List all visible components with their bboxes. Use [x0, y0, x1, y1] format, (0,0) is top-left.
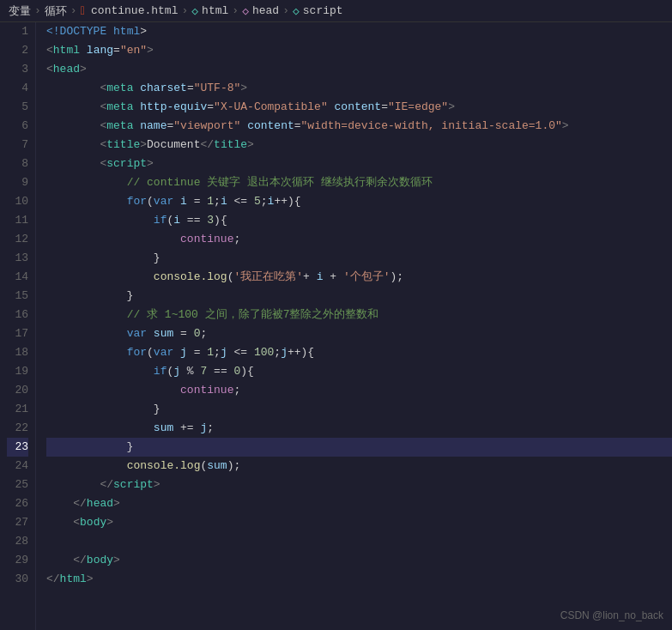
- token: >: [147, 44, 154, 57]
- token: [147, 327, 154, 340]
- token: [80, 44, 87, 57]
- token: +: [324, 270, 343, 283]
- token: 3: [207, 214, 214, 227]
- token: [46, 327, 127, 340]
- token: =: [187, 346, 207, 359]
- token: "X-UA-Compatible": [214, 100, 328, 113]
- token: >: [80, 63, 87, 76]
- breadcrumb-bar: 变量 › 循环 ›  continue.html › ◇ html › ◇ h…: [0, 0, 672, 22]
- token: ){: [214, 214, 227, 227]
- token: "viewport": [173, 119, 240, 132]
- line-number-14: 14: [7, 268, 28, 287]
- token: =: [381, 100, 388, 113]
- line-number-22: 22: [7, 419, 28, 438]
- token: </: [73, 497, 87, 510]
- token: }: [46, 251, 160, 264]
- code-line-16: // 求 1~100 之间，除了能被7整除之外的整数和: [46, 306, 672, 324]
- token: for: [127, 346, 147, 359]
- line-number-17: 17: [7, 324, 28, 343]
- token: </: [46, 572, 60, 585]
- breadcrumb-tag-icon-2: ◇: [242, 4, 249, 18]
- token: }: [46, 403, 160, 415]
- token: [46, 82, 100, 94]
- line-number-25: 25: [7, 476, 28, 494]
- token: ++){: [274, 195, 300, 208]
- breadcrumb-item-xunhuan[interactable]: 循环: [45, 3, 67, 19]
- code-content[interactable]: <!DOCTYPE html><html lang="en"><head> <m…: [36, 22, 672, 630]
- token: (: [147, 195, 154, 208]
- token: if: [154, 214, 167, 227]
- code-line-6: <meta name="viewport" content="width=dev…: [46, 117, 672, 136]
- code-line-7: <title>Document</title>: [46, 136, 672, 154]
- token: sum: [154, 327, 173, 340]
- token: (: [147, 346, 154, 359]
- token: lang: [87, 44, 113, 57]
- breadcrumb-item-html[interactable]: html: [202, 4, 228, 17]
- code-line-8: <script>: [46, 154, 672, 173]
- token: );: [390, 270, 404, 283]
- token: title: [214, 138, 247, 151]
- breadcrumb-item-script[interactable]: script: [303, 4, 343, 17]
- token: >: [240, 82, 247, 94]
- token: var: [154, 195, 173, 208]
- token: =: [187, 82, 194, 94]
- line-number-26: 26: [7, 494, 28, 513]
- code-line-26: </head>: [46, 494, 672, 513]
- token: ;: [214, 346, 221, 359]
- token: // continue 关键字 退出本次循环 继续执行剩余次数循环: [127, 176, 433, 189]
- token: body: [80, 516, 106, 529]
- code-line-5: <meta http-equiv="X-UA-Compatible" conte…: [46, 98, 672, 117]
- token: name: [140, 119, 166, 132]
- code-line-13: }: [46, 249, 672, 268]
- token: meta: [106, 119, 133, 132]
- token: [46, 233, 180, 245]
- line-number-5: 5: [7, 98, 28, 117]
- code-line-12: continue;: [46, 230, 672, 249]
- token: =: [113, 44, 120, 57]
- line-number-11: 11: [7, 211, 28, 230]
- token: [46, 497, 73, 510]
- token: [106, 25, 113, 38]
- line-number-10: 10: [7, 192, 28, 211]
- token: for: [127, 195, 147, 208]
- token: [46, 270, 154, 283]
- token: +=: [173, 421, 200, 434]
- token: >: [113, 497, 120, 510]
- breadcrumb-item-bianliang[interactable]: 变量: [9, 3, 31, 19]
- token: continue: [180, 384, 233, 397]
- token: content: [247, 119, 294, 132]
- token: "en": [120, 44, 147, 57]
- breadcrumb-separator-1: ›: [34, 4, 41, 17]
- token: j: [180, 346, 187, 359]
- token: 100: [254, 346, 274, 359]
- token: var: [127, 327, 147, 340]
- token: </: [100, 478, 113, 491]
- code-line-22: sum += j;: [46, 419, 672, 438]
- token: =: [173, 327, 193, 340]
- token: body: [87, 554, 113, 566]
- token: >: [106, 516, 113, 529]
- breadcrumb-separator-4: ›: [232, 4, 239, 17]
- token: if: [154, 365, 167, 378]
- line-number-15: 15: [7, 287, 28, 306]
- token: <: [46, 63, 53, 76]
- breadcrumb-item-head[interactable]: head: [252, 4, 279, 17]
- token: =: [207, 100, 214, 113]
- line-number-1: 1: [7, 22, 28, 41]
- line-number-19: 19: [7, 362, 28, 381]
- token: >: [448, 100, 455, 113]
- token: i: [173, 214, 180, 227]
- token: script: [113, 478, 154, 491]
- token: =: [294, 119, 301, 132]
- line-number-27: 27: [7, 513, 28, 532]
- token: script: [106, 157, 147, 170]
- line-number-8: 8: [7, 154, 28, 173]
- line-number-2: 2: [7, 41, 28, 60]
- line-number-12: 12: [7, 230, 28, 249]
- token: [46, 384, 180, 397]
- token: >: [154, 478, 160, 491]
- token: ;: [261, 195, 268, 208]
- breadcrumb-item-file[interactable]: continue.html: [91, 4, 178, 17]
- line-number-18: 18: [7, 343, 28, 362]
- token: i: [221, 195, 227, 208]
